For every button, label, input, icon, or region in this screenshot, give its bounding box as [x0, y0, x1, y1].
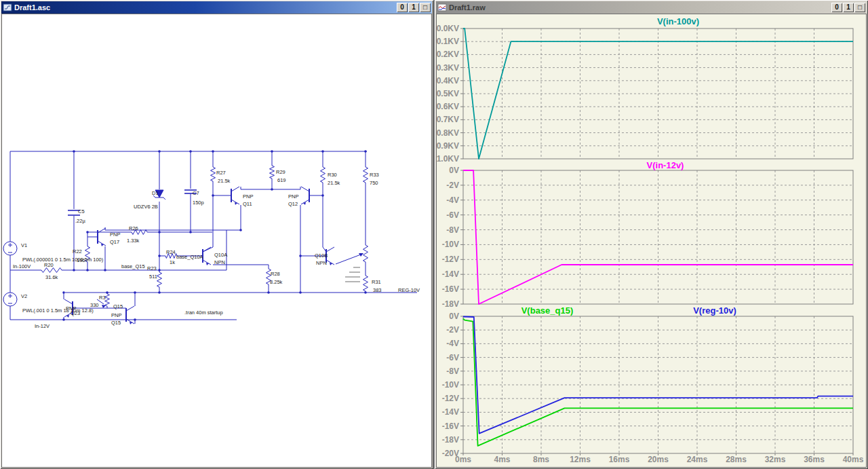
source-polarity-marks [8, 243, 12, 252]
schematic-label[interactable]: V1 [21, 242, 27, 248]
schematic-label[interactable]: NPN [214, 259, 225, 265]
schematic-label[interactable]: C5 [78, 208, 85, 214]
schematic-label[interactable]: In-12V [35, 323, 50, 329]
schematic-label[interactable]: 31.6k [45, 274, 58, 280]
schematic-label[interactable]: UDZV6 2B [134, 204, 158, 210]
schematic-label[interactable]: Q10B [315, 252, 328, 259]
schematic-label[interactable]: 21.5k [218, 178, 231, 184]
schematic-label[interactable]: 619 [277, 177, 286, 183]
close-button[interactable]: □ [854, 3, 865, 12]
junction-dot [62, 291, 65, 294]
trace-title[interactable]: V(reg-10v) [693, 305, 736, 316]
schematic-label[interactable]: 383 [373, 287, 382, 293]
close-button[interactable]: □ [420, 3, 431, 12]
schematic-label[interactable]: C7 [193, 190, 199, 196]
resistor-symbol[interactable] [363, 167, 368, 183]
waveform-canvas[interactable]: 0.0KV-0.1KV-0.2KV-0.3KV-0.4KV-0.5KV-0.6K… [436, 14, 867, 468]
schematic-label[interactable]: Q15 [111, 320, 121, 326]
schematic-drawing[interactable]: V1PWL(.000001 0 1.5m 1000 5m 100)In-100V… [2, 14, 431, 467]
trace-title[interactable]: V(in-100v) [657, 16, 699, 26]
resistor-symbol[interactable] [363, 276, 368, 291]
schematic-label[interactable]: REG-10V [398, 287, 420, 293]
schematic-label[interactable]: R33 [370, 172, 379, 178]
schematic-label[interactable]: PNP [111, 312, 121, 318]
transistor-symbol [301, 187, 309, 191]
junction-dot [86, 269, 89, 271]
trace-title[interactable]: V(in-12v) [647, 160, 684, 170]
schematic-label[interactable]: R20 [44, 262, 54, 268]
schematic-label[interactable]: R31 [372, 279, 381, 285]
resistor-symbol[interactable] [321, 167, 326, 183]
schematic-canvas[interactable]: V1PWL(.000001 0 1.5m 1000 5m 100)In-100V… [1, 14, 432, 468]
resistor-symbol[interactable] [41, 268, 62, 273]
y-tick-label: -16V [442, 284, 459, 294]
pot-wiper-wire[interactable] [336, 255, 361, 264]
schematic-label[interactable]: NPN [316, 260, 327, 266]
schematic-label[interactable]: 196 [77, 257, 85, 263]
schematic-label[interactable]: R22 [73, 248, 82, 255]
schematic-label[interactable]: R30 [328, 172, 337, 178]
schematic-titlebar[interactable]: Draft1.asc 0 1 □ [1, 1, 432, 14]
x-tick-label: 28ms [726, 455, 747, 464]
resistor-symbol[interactable] [157, 272, 162, 287]
junction-dot [321, 194, 324, 197]
schematic-label[interactable]: PWL(.001 0 1.5m 18 10m 12.8) [22, 307, 94, 314]
waveform-titlebar[interactable]: Draft1.raw 0 1 □ [436, 1, 867, 14]
maximize-button[interactable]: 1 [408, 3, 419, 12]
trace-title[interactable]: V(base_q15) [521, 305, 574, 316]
junction-dot [73, 269, 75, 271]
schematic-label[interactable]: PNP [243, 193, 253, 200]
schematic-label[interactable]: D1 [152, 190, 159, 196]
schematic-label[interactable]: R29 [276, 169, 285, 175]
y-tick-label: -16V [442, 421, 459, 431]
schematic-label[interactable]: Q17 [110, 239, 119, 245]
schematic-label[interactable]: PNP [288, 193, 298, 200]
schematic-label[interactable]: V2 [21, 293, 27, 299]
minimize-button[interactable]: 0 [397, 3, 408, 12]
schematic-label[interactable]: 1.33k [127, 238, 140, 244]
schematic-label[interactable]: R28 [271, 271, 280, 277]
schematic-label[interactable]: 330 [90, 302, 99, 308]
schematic-label[interactable]: base_Q15 [121, 263, 145, 269]
schematic-label[interactable]: Q10A [214, 252, 227, 258]
y-tick-label: -0.5KV [437, 89, 459, 98]
schematic-label[interactable]: .tran 40m startup [184, 309, 223, 316]
junction-dot [134, 318, 136, 321]
schematic-label[interactable]: R23 [147, 265, 157, 271]
schematic-label[interactable]: base_Q10A [176, 254, 203, 260]
resistor-symbol[interactable] [363, 245, 368, 262]
y-tick-label: -12V [442, 255, 459, 264]
y-tick-label: -4V [446, 339, 459, 348]
schematic-label[interactable]: R3 [99, 295, 106, 301]
schematic-label[interactable]: Q11 [243, 201, 252, 207]
junction-dot [158, 255, 161, 257]
schematic-window: Draft1.asc 0 1 □ V1PWL(.000001 0 1.5m 10… [0, 0, 433, 469]
schematic-label[interactable]: 1k [170, 259, 175, 265]
schematic-label[interactable]: 750 [370, 180, 378, 186]
x-tick-label: 12ms [570, 455, 591, 464]
waveform-plot[interactable]: 0.0KV-0.1KV-0.2KV-0.3KV-0.4KV-0.5KV-0.6K… [437, 14, 866, 467]
schematic-label[interactable]: R24 [166, 249, 176, 255]
schematic-label[interactable]: 511 [149, 274, 157, 280]
maximize-button[interactable]: 1 [843, 3, 854, 12]
schematic-label[interactable]: PWL(.000001 0 1.5m 1000 5m 100) [22, 257, 104, 263]
schematic-label[interactable]: PNP [110, 231, 120, 238]
resistor-symbol[interactable] [211, 167, 216, 181]
schematic-label[interactable]: R26 [129, 225, 138, 231]
schematic-label[interactable]: 21.5k [328, 180, 340, 186]
junction-dot [212, 194, 214, 197]
schematic-label[interactable]: 150p [193, 200, 204, 206]
y-tick-label: 0.0KV [437, 24, 459, 33]
schematic-label[interactable]: .22µ [75, 218, 85, 224]
schematic-label[interactable]: In-100V [13, 263, 31, 269]
junction-dot [189, 231, 192, 233]
schematic-label[interactable]: 8.25k [270, 279, 283, 285]
minimize-button[interactable]: 0 [831, 3, 842, 12]
schematic-label[interactable]: Q23 [71, 310, 80, 316]
resistor-symbol[interactable] [270, 166, 275, 179]
junction-dot [271, 150, 273, 153]
schematic-label[interactable]: Q15 [113, 303, 123, 309]
schematic-label[interactable]: Q12 [288, 201, 298, 207]
schematic-label[interactable]: R27 [216, 170, 226, 176]
y-tick-label: -6V [446, 210, 459, 220]
